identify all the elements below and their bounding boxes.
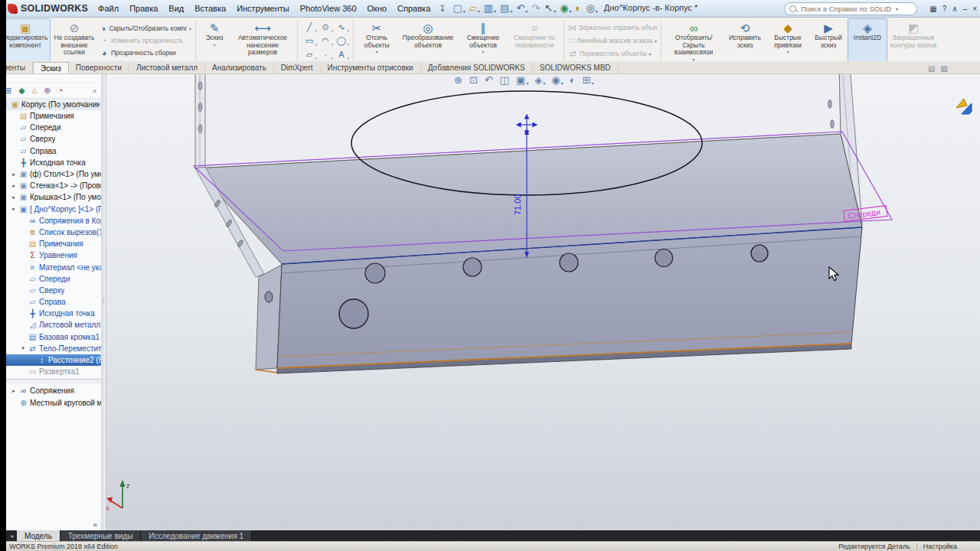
configuration-label[interactable]: Настройка — [923, 543, 957, 550]
search-dropdown-icon[interactable]: ▾ — [896, 6, 898, 11]
search-input[interactable] — [799, 4, 893, 14]
sketch-tool-icon[interactable]: ∙ — [318, 48, 333, 61]
model-tab[interactable]: Трехмерные виды — [60, 530, 141, 542]
tree-item[interactable]: ◿ Листовой металл1 — [0, 319, 101, 331]
panel-display-icon[interactable]: ▤ — [928, 64, 935, 73]
flange-hole[interactable] — [751, 245, 768, 262]
open-icon[interactable]: ▱▾ — [469, 3, 481, 14]
trim-entities-button[interactable]: ✂ Отсечь объекты▾ — [356, 18, 397, 63]
dimxpertmanager-tab-icon[interactable]: ⊕ — [44, 86, 51, 96]
sketch-tool-icon[interactable]: ⊙ — [318, 21, 333, 34]
viewport-corner-icon[interactable] — [954, 96, 974, 119]
expand-arrow-icon[interactable]: ▾ — [20, 345, 26, 351]
sketch-tool-icon[interactable]: ▭ — [302, 34, 317, 47]
instant2d-button[interactable]: ◈ Instant2D — [848, 18, 887, 63]
ribbon-tab[interactable]: Добавления SOLIDWORKS — [421, 62, 533, 73]
tree-item[interactable]: ▸ ▣ (ф) Стол<1> (По умолчанию<<... — [0, 168, 101, 180]
tree-root-assembly[interactable]: ▾ ▣ Корпус (По умолчанию<Состоян... — [0, 99, 101, 110]
rapid-sketch-button[interactable]: ▶ Быстрый эскиз — [809, 18, 848, 63]
redo-icon[interactable]: ↷ — [531, 3, 541, 14]
tree-item[interactable]: ▤ Примечания — [0, 110, 101, 122]
flange-hole[interactable] — [655, 249, 673, 267]
expand-arrow-icon[interactable]: ▸ — [11, 194, 17, 201]
surface-offset-button[interactable]: ≈ Смещение по поверхности — [508, 18, 561, 63]
section-view-icon[interactable]: ◫ — [500, 75, 510, 86]
convert-entities-button[interactable]: ◎ Преобразование объектов — [397, 18, 459, 63]
expand-arrow-icon[interactable]: ▸ — [11, 183, 17, 189]
display-relations-button[interactable]: ∞ Отобразить/Скрыть взаимосвязи▾ — [664, 18, 724, 63]
tree-item[interactable]: ▸ ▣ [ Дно^Корпус ]<1> (По умолча... — [0, 204, 101, 215]
print-icon[interactable]: ▤▾ — [499, 3, 513, 14]
menu-item[interactable]: Окно — [362, 2, 393, 15]
hide-show-components-button[interactable]: ◑Скрыть/Отобразить компоненты▾ — [98, 23, 193, 34]
expand-arrow-icon[interactable]: ▸ — [11, 388, 17, 394]
repair-sketch-button[interactable]: ⟲ Исправить эскиз — [724, 18, 766, 63]
tree-item[interactable]: ▭ Развертка1 — [0, 366, 101, 377]
tree-item[interactable]: ▸ ∞ Сопряжения — [0, 385, 101, 396]
3d-model[interactable]: Спереди 71.00 — [106, 73, 980, 530]
apps-icon[interactable]: ▦ — [929, 5, 936, 13]
help-icon[interactable]: ? — [942, 5, 947, 13]
linear-sketch-pattern-button[interactable]: ∷Линейный массив эскиза▾ — [567, 35, 658, 47]
graphics-area[interactable]: ⊕⊡↶◫▣▾◈▾◉▾◐⊞▾ — [106, 73, 980, 530]
ribbon-tab[interactable]: DimXpert — [274, 62, 321, 73]
ribbon-tab[interactable]: Инструменты отрисовки — [321, 62, 421, 73]
menu-item[interactable]: Файл — [93, 2, 124, 15]
displaymanager-tab-icon[interactable]: ◔ — [58, 86, 64, 96]
tree-item[interactable]: ▱ Сверху — [0, 285, 101, 296]
tree-item[interactable]: ▸ ▣ Крышка<1> (По умолчанию<... — [0, 191, 101, 203]
view-settings-icon[interactable]: ⊞▾ — [583, 75, 594, 86]
pin-toolbar-icon[interactable]: ↧ — [439, 4, 446, 14]
model-tab[interactable]: Модель — [17, 530, 60, 542]
previous-view-icon[interactable]: ↶ — [485, 75, 494, 86]
zoom-fit-icon[interactable]: ⊕ — [454, 75, 463, 86]
tree-item[interactable]: ▤ Базовая кромка1 — [0, 331, 101, 343]
model-tab[interactable]: Исследование движения 1 — [141, 530, 252, 542]
sketch-tool-icon[interactable]: A — [334, 48, 349, 61]
sketch-tool-icon[interactable]: ◠ — [318, 34, 333, 47]
menu-item[interactable]: Вид — [163, 2, 189, 15]
tree-item[interactable]: ↕ Расстояние2 (Базовая кр... — [0, 354, 101, 366]
tree-item[interactable]: ∞ Сопряжения в Корпус — [0, 215, 101, 227]
tree-item[interactable]: ▱ Спереди — [0, 273, 101, 285]
mirror-entities-button[interactable]: ⋈Зеркально отразить объекты — [567, 22, 658, 34]
no-external-references-button[interactable]: ⊘ Не создавать внешние ссылки — [51, 18, 98, 63]
tree-item[interactable]: ▤ Примечания — [0, 238, 101, 249]
ribbon-tab[interactable]: Листовой металл — [129, 62, 205, 73]
sketch-tool-icon[interactable]: ∿ — [334, 21, 349, 34]
large-flange-hole[interactable] — [339, 299, 368, 328]
sketch-tool-icon[interactable]: ╱ — [302, 21, 317, 34]
quick-snaps-button[interactable]: ◆ Быстрые привязки▾ — [766, 18, 809, 63]
menu-item[interactable]: Справка — [392, 2, 436, 15]
sketch-button[interactable]: ✎ Эскиз▾ — [198, 18, 230, 63]
tree-item[interactable]: ▱ Спереди — [0, 122, 101, 133]
undo-icon[interactable]: ↶▾ — [515, 3, 528, 14]
menu-item[interactable]: Вставка — [189, 2, 231, 15]
tree-item[interactable]: ▱ Справа — [0, 145, 101, 157]
expand-arrow-icon[interactable]: ▸ — [11, 206, 17, 212]
help-search-box[interactable]: ▾ — [784, 2, 917, 15]
flange-hole[interactable] — [463, 258, 482, 276]
edit-appearance-icon[interactable]: ◐ — [570, 75, 577, 86]
offset-entities-button[interactable]: ∥ Смещение объектов▾ — [459, 18, 508, 63]
assembly-transparency-button[interactable]: ◕Прозрачность сборки — [98, 47, 193, 58]
save-icon[interactable]: ▥▾ — [483, 3, 497, 14]
ribbon-tab[interactable]: SOLIDWORKS MBD — [533, 62, 619, 73]
tree-item[interactable]: ╋ Исходная точка — [0, 308, 101, 319]
rebuild-icon[interactable]: ◉▾ — [559, 3, 572, 14]
tree-item[interactable]: Σ Уравнения — [0, 249, 101, 261]
panel-splitter[interactable]: ┊ — [101, 73, 106, 530]
shaded-sketch-contours-button[interactable]: ◩ Закрашенные контуры эскиза — [887, 18, 939, 63]
hide-show-items-icon[interactable]: ◉▾ — [551, 75, 563, 86]
menu-item[interactable]: PhotoView 360 — [295, 2, 362, 15]
change-transparency-button[interactable]: ◔Изменить прозрачность — [98, 35, 193, 46]
tree-pane-divider[interactable] — [0, 379, 101, 383]
ribbon-tab[interactable]: Эскиз — [33, 62, 69, 73]
move-entities-button[interactable]: ⇄Переместить объекты▾ — [567, 48, 658, 60]
tree-item[interactable]: ≣ Список вырезов(1) — [0, 227, 101, 238]
view-orientation-icon[interactable]: ▣▾ — [516, 75, 528, 86]
sketch-tool-icon[interactable]: ◯ — [334, 34, 349, 47]
edit-component-button[interactable]: ▣ Редактировать компонент — [0, 18, 51, 63]
menu-item[interactable]: Правка — [124, 2, 163, 15]
tree-item[interactable]: ╋ Исходная точка — [0, 157, 101, 168]
